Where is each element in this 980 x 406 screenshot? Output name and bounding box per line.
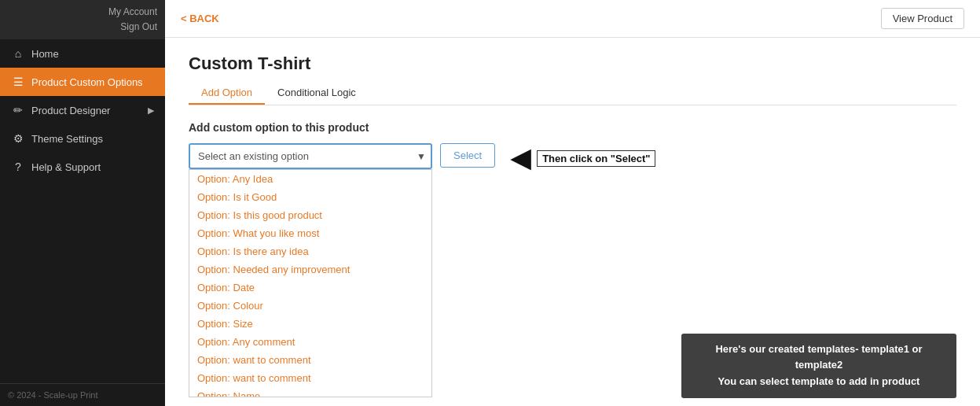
sidebar: My Account Sign Out ⌂ Home ☰ Product Cus… bbox=[0, 0, 165, 406]
section-label: Add custom option to this product bbox=[189, 121, 956, 134]
question-icon: ? bbox=[11, 161, 25, 173]
annotation-area: ◀ Then click on "Select" bbox=[511, 143, 655, 173]
existing-option-dropdown[interactable]: Select an existing option bbox=[189, 143, 432, 169]
dropdown-list-item[interactable]: Option: Date bbox=[189, 279, 431, 297]
dropdown-list-item[interactable]: Option: Colour bbox=[189, 297, 431, 315]
pencil-icon: ✏ bbox=[11, 104, 25, 116]
sidebar-footer: © 2024 - Scale-up Print bbox=[0, 383, 165, 406]
back-link[interactable]: < BACK bbox=[181, 13, 219, 24]
dropdown-list-item[interactable]: Option: Is this good product bbox=[189, 206, 431, 224]
bottom-annotation-line2: You can select template to add in produc… bbox=[694, 374, 944, 390]
sidebar-top: My Account Sign Out bbox=[0, 0, 165, 39]
sidebar-item-label: Product Custom Options bbox=[31, 76, 143, 88]
select-button[interactable]: Select bbox=[440, 143, 495, 168]
sidebar-item-label: Home bbox=[31, 48, 59, 60]
list-icon: ☰ bbox=[11, 76, 25, 88]
arrow-annotation: ◀ Then click on "Select" bbox=[511, 143, 655, 173]
tab-conditional-logic[interactable]: Conditional Logic bbox=[265, 82, 369, 105]
bottom-annotation: Here's our created templates- template1 … bbox=[681, 334, 956, 398]
dropdown-list-item[interactable]: Option: Is there any idea bbox=[189, 242, 431, 260]
dropdown-wrapper: Select an existing option ▼ Option: Any … bbox=[189, 143, 432, 169]
dropdown-list-item[interactable]: Option: Needed any improvement bbox=[189, 260, 431, 279]
dropdown-list-item[interactable]: Option: want to comment bbox=[189, 351, 431, 369]
bottom-annotation-line1: Here's our created templates- template1 … bbox=[694, 341, 944, 375]
sidebar-item-product-custom-options[interactable]: ☰ Product Custom Options bbox=[0, 68, 165, 96]
my-account-link[interactable]: My Account bbox=[8, 5, 157, 20]
sidebar-item-label: Theme Settings bbox=[31, 133, 103, 145]
sidebar-item-help-support[interactable]: ? Help & Support bbox=[0, 153, 165, 181]
dropdown-list[interactable]: Option: Any IdeaOption: Is it GoodOption… bbox=[189, 169, 432, 397]
dropdown-list-item[interactable]: Option: Any comment bbox=[189, 333, 431, 351]
select-row: Select an existing option ▼ Option: Any … bbox=[189, 143, 956, 173]
main-content: < BACK View Product Custom T-shirt Add O… bbox=[165, 0, 980, 406]
dropdown-list-item[interactable]: Option: Size bbox=[189, 315, 431, 333]
dropdown-list-item[interactable]: Option: Any Idea bbox=[189, 170, 431, 188]
top-bar: < BACK View Product bbox=[165, 0, 980, 38]
dropdown-list-item[interactable]: Option: What you like most bbox=[189, 224, 431, 242]
tabs: Add Option Conditional Logic bbox=[189, 82, 956, 105]
dropdown-list-item[interactable]: Option: Name bbox=[189, 387, 431, 397]
sidebar-item-label: Help & Support bbox=[31, 161, 101, 173]
arrow-left-icon: ◀ bbox=[511, 143, 530, 173]
view-product-button[interactable]: View Product bbox=[881, 8, 964, 29]
dropdown-list-item[interactable]: Option: Is it Good bbox=[189, 188, 431, 206]
tab-add-option[interactable]: Add Option bbox=[189, 82, 265, 105]
sidebar-item-product-designer[interactable]: ✏ Product Designer ▶ bbox=[0, 96, 165, 124]
sidebar-item-label: Product Designer bbox=[31, 105, 110, 116]
sidebar-item-theme-settings[interactable]: ⚙ Theme Settings bbox=[0, 124, 165, 153]
gear-icon: ⚙ bbox=[11, 132, 25, 145]
home-icon: ⌂ bbox=[11, 47, 25, 60]
annotation-text: Then click on "Select" bbox=[537, 150, 655, 167]
dropdown-list-item[interactable]: Option: want to comment bbox=[189, 369, 431, 387]
chevron-right-icon: ▶ bbox=[148, 105, 154, 116]
page-title: Custom T-shirt bbox=[189, 54, 956, 74]
sidebar-item-home[interactable]: ⌂ Home bbox=[0, 39, 165, 68]
sign-out-link[interactable]: Sign Out bbox=[8, 20, 157, 35]
